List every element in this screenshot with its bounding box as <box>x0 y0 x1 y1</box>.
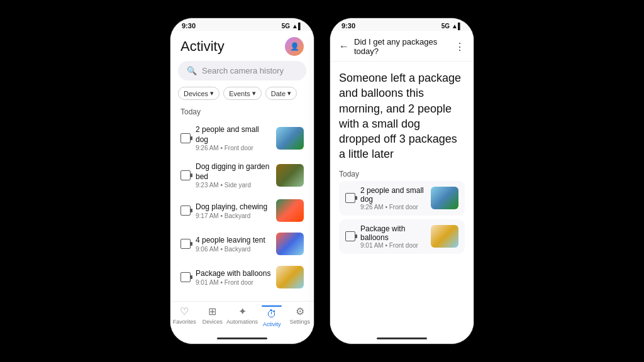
status-bar-left: 9:30 5G ▲▌ <box>170 18 314 31</box>
filter-row: Devices ▾ Events ▾ Date ▾ <box>170 87 314 105</box>
chat-item-title: Package with balloons <box>360 224 426 242</box>
item-info: Dog digging in garden bed 9:23 AM • Side… <box>196 162 271 189</box>
chat-item-title: 2 people and small dog <box>360 186 426 204</box>
section-label-today: Today <box>170 105 314 120</box>
filter-events[interactable]: Events ▾ <box>223 87 262 100</box>
search-placeholder: Search camera history <box>202 66 284 75</box>
chat-item-info: 2 people and small dog 9:26 AM • Front d… <box>360 186 426 211</box>
list-item[interactable]: 2 people and small dog 9:26 AM • Front d… <box>175 120 309 156</box>
chat-body: Someone left a package and balloons this… <box>330 62 474 332</box>
nav-label-activity: Activity <box>263 321 281 327</box>
nav-label-automations: Automations <box>226 319 258 325</box>
chat-item-meta: 9:26 AM • Front door <box>360 204 426 211</box>
nav-label-devices: Devices <box>203 319 223 325</box>
camera-icon <box>180 272 191 282</box>
item-meta: 9:23 AM • Side yard <box>196 182 271 189</box>
item-thumbnail <box>276 164 304 187</box>
nav-label-settings: Settings <box>290 319 311 325</box>
right-phone-content: ← Did I get any packages today? ⋮ Someon… <box>330 31 474 332</box>
item-title: 4 people leaving tent <box>196 236 271 246</box>
chat-results: 2 people and small dog 9:26 AM • Front d… <box>339 181 465 254</box>
nav-devices[interactable]: ⊞ Devices <box>199 305 227 327</box>
item-meta: 9:17 AM • Backyard <box>196 212 271 219</box>
camera-icon <box>345 193 355 203</box>
list-item[interactable]: Package with balloons 9:01 AM • Front do… <box>175 261 309 293</box>
chat-section-label: Today <box>339 170 465 178</box>
item-meta: 9:01 AM • Front door <box>196 279 271 286</box>
page-title: Activity <box>180 38 225 55</box>
right-phone: 9:30 5G ▲▌ ← Did I get any packages toda… <box>330 18 474 344</box>
time-left: 9:30 <box>182 22 196 30</box>
chat-item-info: Package with balloons 9:01 AM • Front do… <box>360 224 426 249</box>
home-bar-left <box>217 337 267 339</box>
camera-icon <box>180 170 191 180</box>
nav-favorites[interactable]: ♡ Favorites <box>170 305 199 327</box>
item-thumbnail <box>276 199 304 222</box>
chat-item-thumbnail <box>431 225 458 248</box>
activity-header: Activity 👤 <box>170 31 314 61</box>
settings-icon: ⚙ <box>296 305 304 317</box>
item-thumbnail <box>276 266 304 288</box>
status-icons-right: 5G ▲▌ <box>441 23 462 30</box>
status-bar-right: 9:30 5G ▲▌ <box>330 18 474 31</box>
list-item[interactable]: 4 people leaving tent 9:06 AM • Backyard <box>175 228 309 260</box>
chat-item-meta: 9:01 AM • Front door <box>360 242 426 249</box>
time-right: 9:30 <box>341 22 355 30</box>
chat-header: ← Did I get any packages today? ⋮ <box>330 31 474 62</box>
item-info: 2 people and small dog 9:26 AM • Front d… <box>196 125 271 151</box>
item-meta: 9:06 AM • Backyard <box>196 246 271 253</box>
ai-response-text: Someone left a package and balloons this… <box>339 70 465 162</box>
item-meta: 9:26 AM • Front door <box>196 145 271 151</box>
camera-icon <box>180 133 191 143</box>
list-item[interactable]: Dog playing, chewing 9:17 AM • Backyard <box>175 194 309 227</box>
favorites-icon: ♡ <box>180 305 189 317</box>
item-title: 2 people and small dog <box>196 125 271 145</box>
filter-devices[interactable]: Devices ▾ <box>178 87 219 100</box>
item-info: Package with balloons 9:01 AM • Front do… <box>196 269 271 286</box>
bottom-nav: ♡ Favorites ⊞ Devices ✦ Automations ⏱ Ac… <box>170 301 314 332</box>
nav-activity[interactable]: ⏱ Activity <box>258 305 286 327</box>
camera-icon <box>180 239 191 249</box>
filter-date[interactable]: Date ▾ <box>265 87 297 100</box>
left-phone-content: Activity 👤 🔍 Search camera history Devic… <box>170 31 314 332</box>
status-icons-left: 5G ▲▌ <box>282 23 303 30</box>
item-title: Dog playing, chewing <box>196 202 271 212</box>
chat-list-item[interactable]: Package with balloons 9:01 AM • Front do… <box>339 219 465 254</box>
more-options-button[interactable]: ⋮ <box>455 41 465 53</box>
item-thumbnail <box>276 233 304 255</box>
activity-icon: ⏱ <box>267 309 277 320</box>
chat-title: Did I get any packages today? <box>354 37 450 56</box>
avatar[interactable]: 👤 <box>285 37 304 56</box>
home-indicator-right <box>330 332 474 344</box>
automations-icon: ✦ <box>238 305 247 317</box>
list-item[interactable]: Dog digging in garden bed 9:23 AM • Side… <box>175 157 309 194</box>
item-info: Dog playing, chewing 9:17 AM • Backyard <box>196 202 271 219</box>
item-title: Dog digging in garden bed <box>196 162 271 182</box>
item-title: Package with balloons <box>196 269 271 279</box>
back-button[interactable]: ← <box>339 41 349 52</box>
signal-bars-right: ▲▌ <box>452 23 462 30</box>
search-bar[interactable]: 🔍 Search camera history <box>178 61 306 80</box>
item-info: 4 people leaving tent 9:06 AM • Backyard <box>196 236 271 253</box>
left-phone: 9:30 5G ▲▌ Activity 👤 🔍 Search camera hi… <box>170 18 314 344</box>
active-indicator <box>262 305 282 307</box>
signal-bars-left: ▲▌ <box>292 23 303 30</box>
camera-icon <box>345 231 355 241</box>
devices-icon: ⊞ <box>208 305 216 317</box>
nav-label-favorites: Favorites <box>173 319 196 325</box>
nav-settings[interactable]: ⚙ Settings <box>286 305 314 327</box>
home-bar-right <box>377 337 427 339</box>
avatar-label: 👤 <box>290 42 299 51</box>
chat-section: Today 2 people and small dog 9:26 AM • F… <box>339 170 465 254</box>
home-indicator-left <box>170 332 314 344</box>
signal-left: 5G <box>282 23 290 30</box>
item-thumbnail <box>276 127 304 150</box>
camera-icon <box>180 206 191 216</box>
nav-automations[interactable]: ✦ Automations <box>226 305 258 327</box>
signal-right: 5G <box>441 23 450 30</box>
chat-list-item[interactable]: 2 people and small dog 9:26 AM • Front d… <box>339 181 465 216</box>
chat-item-thumbnail <box>431 187 458 209</box>
search-icon: 🔍 <box>187 66 197 75</box>
activity-list: 2 people and small dog 9:26 AM • Front d… <box>170 120 314 301</box>
